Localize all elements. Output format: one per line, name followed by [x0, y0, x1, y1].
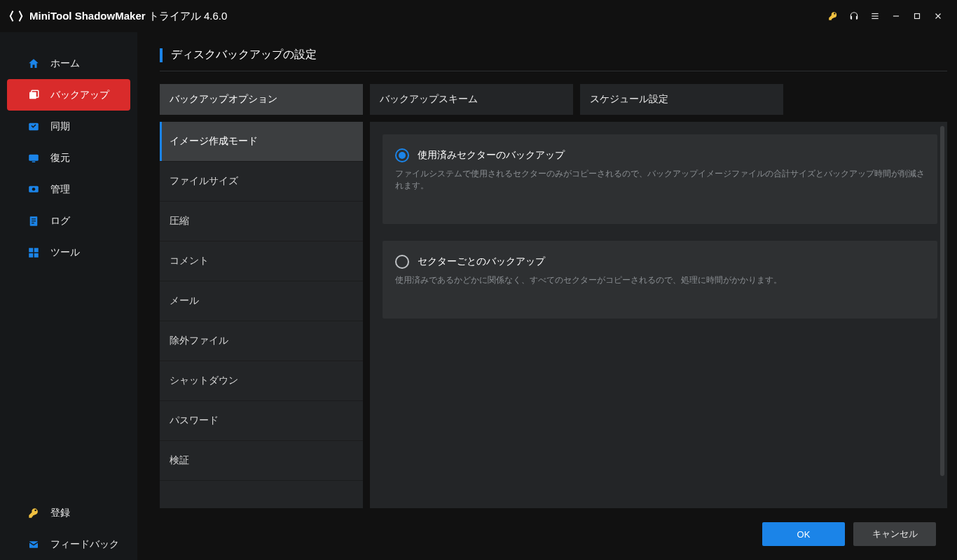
- svg-rect-1: [872, 15, 878, 16]
- mail-icon: [27, 538, 41, 552]
- svg-rect-18: [29, 253, 33, 257]
- dialog-footer: OK キャンセル: [160, 508, 947, 560]
- opt-comment[interactable]: コメント: [160, 241, 363, 281]
- manage-icon: [27, 183, 41, 197]
- svg-rect-15: [32, 223, 34, 223]
- content-area: ディスクバックアップの設定 バックアップオプション バックアップスキーム スケジ…: [137, 32, 957, 560]
- sidebar-item-label: 復元: [50, 152, 70, 164]
- backup-icon: [27, 88, 41, 102]
- page-header: ディスクバックアップの設定: [160, 48, 947, 71]
- opt-image-mode[interactable]: イメージ作成モード: [160, 122, 363, 162]
- restore-icon: [27, 151, 41, 165]
- titlebar: MiniTool ShadowMaker トライアル 4.6.0: [0, 0, 957, 32]
- sidebar-item-feedback[interactable]: フィードバック: [0, 528, 137, 560]
- app-title-bold: MiniTool ShadowMaker: [29, 10, 146, 22]
- option-detail-pane: 使用済みセクターのバックアップ ファイルシステムで使用されるセクターのみがコピー…: [370, 122, 947, 508]
- sidebar-item-backup[interactable]: バックアップ: [7, 79, 130, 111]
- headset-icon[interactable]: [844, 6, 865, 27]
- svg-rect-4: [915, 14, 920, 19]
- svg-rect-14: [32, 220, 36, 221]
- minimize-button[interactable]: [886, 6, 907, 27]
- sidebar-item-label: ホーム: [50, 57, 80, 70]
- tab-schedule[interactable]: スケジュール設定: [580, 84, 783, 115]
- opt-verify[interactable]: 検証: [160, 441, 363, 481]
- svg-rect-16: [29, 248, 33, 252]
- svg-rect-0: [872, 13, 878, 14]
- sidebar-item-log[interactable]: ログ: [0, 205, 137, 237]
- sidebar-item-register[interactable]: 登録: [0, 497, 137, 528]
- sidebar-item-sync[interactable]: 同期: [0, 111, 137, 142]
- tab-strip: バックアップオプション バックアップスキーム スケジュール設定: [160, 84, 947, 115]
- sidebar-item-restore[interactable]: 復元: [0, 142, 137, 174]
- sidebar: ホーム バックアップ 同期 復元 管理 ログ ツール: [0, 32, 137, 560]
- radio-label: セクターごとのバックアップ: [418, 255, 545, 268]
- svg-rect-17: [34, 248, 39, 252]
- scrollbar-thumb[interactable]: [940, 126, 944, 476]
- radio-icon[interactable]: [395, 148, 409, 162]
- sidebar-item-label: バックアップ: [50, 89, 109, 102]
- sidebar-item-label: 同期: [50, 120, 70, 133]
- tab-backup-options[interactable]: バックアップオプション: [160, 84, 363, 115]
- opt-compression[interactable]: 圧縮: [160, 202, 363, 241]
- app-title: MiniTool ShadowMaker トライアル 4.6.0: [29, 10, 227, 23]
- tab-backup-scheme[interactable]: バックアップスキーム: [370, 84, 573, 115]
- opt-password[interactable]: パスワード: [160, 401, 363, 441]
- cancel-button[interactable]: キャンセル: [853, 522, 936, 546]
- menu-icon[interactable]: [865, 6, 886, 27]
- svg-rect-13: [32, 218, 36, 219]
- header-accent-bar: [160, 48, 163, 62]
- sidebar-item-manage[interactable]: 管理: [0, 174, 137, 205]
- opt-file-size[interactable]: ファイルサイズ: [160, 162, 363, 202]
- home-icon: [27, 57, 41, 71]
- page-title: ディスクバックアップの設定: [171, 48, 317, 62]
- sidebar-item-label: ツール: [50, 246, 80, 259]
- svg-rect-9: [32, 161, 36, 162]
- app-logo-icon: [8, 8, 24, 24]
- license-key-icon[interactable]: [822, 6, 844, 27]
- svg-rect-3: [893, 15, 899, 16]
- radio-description: 使用済みであるかどかに関係なく、すべてのセクターがコピーされるので、処理に時間が…: [395, 274, 925, 286]
- sidebar-item-label: ログ: [50, 215, 70, 227]
- ok-button[interactable]: OK: [762, 522, 845, 546]
- sync-icon: [27, 120, 41, 134]
- log-icon: [27, 214, 41, 228]
- radio-label: 使用済みセクターのバックアップ: [418, 149, 565, 162]
- option-category-list: イメージ作成モード ファイルサイズ 圧縮 コメント メール 除外ファイル シャッ…: [160, 122, 363, 508]
- opt-email[interactable]: メール: [160, 281, 363, 321]
- sidebar-item-home[interactable]: ホーム: [0, 48, 137, 79]
- opt-shutdown[interactable]: シャットダウン: [160, 361, 363, 401]
- close-button[interactable]: [928, 6, 949, 27]
- app-title-light: トライアル 4.6.0: [146, 10, 228, 22]
- sidebar-item-tools[interactable]: ツール: [0, 237, 137, 268]
- radio-option-used-sector[interactable]: 使用済みセクターのバックアップ ファイルシステムで使用されるセクターのみがコピー…: [383, 134, 937, 224]
- radio-description: ファイルシステムで使用されるセクターのみがコピーされるので、バックアップイメージ…: [395, 168, 925, 192]
- tools-icon: [27, 246, 41, 260]
- maximize-button[interactable]: [907, 6, 928, 27]
- opt-exclude[interactable]: 除外ファイル: [160, 321, 363, 361]
- sidebar-item-label: 管理: [50, 183, 70, 196]
- sidebar-item-label: フィードバック: [50, 538, 119, 551]
- svg-rect-8: [29, 154, 39, 160]
- svg-rect-5: [29, 92, 36, 99]
- svg-rect-2: [872, 18, 878, 19]
- key-icon: [27, 506, 41, 520]
- radio-icon[interactable]: [395, 255, 409, 269]
- radio-option-sector-by-sector[interactable]: セクターごとのバックアップ 使用済みであるかどかに関係なく、すべてのセクターがコ…: [383, 241, 937, 318]
- sidebar-item-label: 登録: [50, 507, 70, 519]
- sidebar-bottom: 登録 フィードバック: [0, 497, 137, 560]
- svg-point-11: [32, 188, 36, 191]
- svg-rect-19: [34, 253, 39, 257]
